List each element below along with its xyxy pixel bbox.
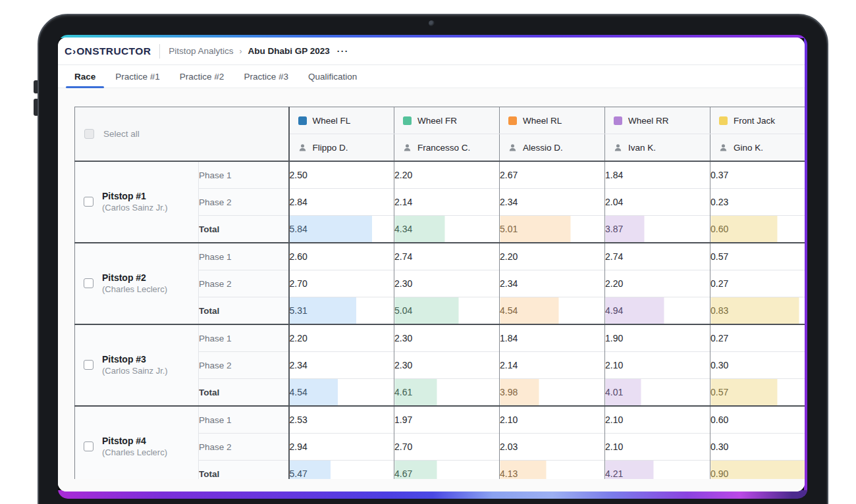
phase-value-cell: 0.23 xyxy=(710,189,805,216)
pitstop-group-cell: Pitstop #4(Charles Leclerc) xyxy=(75,406,199,479)
total-value-cell: 0.57 xyxy=(710,379,805,407)
pitstop-title: Pitstop #4 xyxy=(102,435,167,448)
constructor-logo[interactable]: C›ONSTRUCTOR xyxy=(65,45,151,57)
pitstop-checkbox[interactable] xyxy=(84,278,94,288)
tool-name-label: Front Jack xyxy=(734,116,775,126)
front-camera xyxy=(429,20,435,26)
phase-value-cell: 2.67 xyxy=(500,161,605,189)
select-all-label: Select all xyxy=(103,129,140,139)
breadcrumb-section[interactable]: Pitstop Analytics xyxy=(169,46,233,56)
phase-value-cell: 2.20 xyxy=(500,243,605,270)
tool-color-swatch xyxy=(719,116,728,125)
content-area: Select allWheel FLWheel FRWheel RLWheel … xyxy=(58,88,805,491)
phase-label-cell: Phase 2 xyxy=(199,434,289,461)
total-value-cell: 0.60 xyxy=(710,216,805,243)
select-all-checkbox[interactable] xyxy=(84,129,94,139)
phase-value-cell: 2.10 xyxy=(605,352,710,379)
tab-race[interactable]: Race xyxy=(66,65,104,88)
phase-value-cell: 0.30 xyxy=(710,434,805,461)
total-value-cell: 4.67 xyxy=(394,461,500,480)
table-row: Pitstop #2(Charles Leclerc)Phase 12.602.… xyxy=(75,243,805,270)
total-value-cell: 4.61 xyxy=(394,379,500,407)
total-value-cell: 5.01 xyxy=(500,216,605,243)
column-header-tool: Wheel RR xyxy=(605,107,710,134)
phase-value-cell: 2.94 xyxy=(289,434,394,461)
total-value-cell: 0.90 xyxy=(710,461,805,480)
crew-name-label: Gino K. xyxy=(734,143,763,153)
total-value-cell: 4.01 xyxy=(605,379,710,407)
total-value-cell: 3.98 xyxy=(500,379,605,407)
app-window: C›ONSTRUCTOR Pitstop Analytics › Abu Dha… xyxy=(58,38,805,491)
phase-value-cell: 0.27 xyxy=(710,270,805,297)
tool-color-swatch xyxy=(298,116,307,125)
phase-value-cell: 2.50 xyxy=(289,161,394,189)
tab-qualification[interactable]: Qualification xyxy=(300,65,365,88)
breadcrumb-current: Abu Dhabi GP 2023 xyxy=(248,46,330,56)
tab-practice-3[interactable]: Practice #3 xyxy=(235,65,297,88)
phase-value-cell: 2.74 xyxy=(394,243,500,270)
total-value-cell: 3.87 xyxy=(605,216,710,243)
table-row: Pitstop #3(Carlos Sainz Jr.)Phase 12.202… xyxy=(75,324,805,352)
phase-value-cell: 2.34 xyxy=(500,270,605,297)
column-header-tool: Wheel RL xyxy=(500,107,605,134)
crew-name-label: Flippo D. xyxy=(313,143,348,153)
pitstop-checkbox[interactable] xyxy=(84,441,94,451)
total-value-cell: 0.83 xyxy=(710,297,805,325)
tool-name-label: Wheel RR xyxy=(628,116,669,126)
phase-value-cell: 2.14 xyxy=(394,189,500,216)
phase-label-cell: Phase 2 xyxy=(199,270,289,297)
phase-value-cell: 2.10 xyxy=(605,434,710,461)
phase-label-cell: Total xyxy=(199,216,289,243)
pitstop-table-container: Select allWheel FLWheel FRWheel RLWheel … xyxy=(74,107,805,479)
phase-value-cell: 2.60 xyxy=(289,243,394,270)
table-row: Pitstop #1(Carlos Sainz Jr.)Phase 12.502… xyxy=(75,161,805,189)
total-value-cell: 4.54 xyxy=(289,379,394,407)
pitstop-driver: (Carlos Sainz Jr.) xyxy=(102,366,168,377)
column-header-crew: Alessio D. xyxy=(500,134,605,162)
column-header-crew: Ivan K. xyxy=(605,134,710,162)
tab-practice-2[interactable]: Practice #2 xyxy=(171,65,233,88)
app-header: C›ONSTRUCTOR Pitstop Analytics › Abu Dha… xyxy=(58,38,805,65)
pitstop-group-cell: Pitstop #2(Charles Leclerc) xyxy=(75,243,199,324)
total-value-cell: 5.31 xyxy=(289,297,394,325)
phase-value-cell: 2.30 xyxy=(394,324,500,352)
table-row: Pitstop #4(Charles Leclerc)Phase 12.531.… xyxy=(75,406,805,434)
phase-label-cell: Phase 1 xyxy=(199,161,289,189)
person-icon xyxy=(508,143,517,152)
breadcrumb: Pitstop Analytics › Abu Dhabi GP 2023 ··… xyxy=(169,46,349,56)
header-divider xyxy=(159,44,160,59)
phase-label-cell: Total xyxy=(199,297,289,325)
phase-value-cell: 2.53 xyxy=(289,406,394,434)
phase-value-cell: 1.84 xyxy=(605,161,710,189)
crew-name-label: Ivan K. xyxy=(628,143,656,153)
pitstop-title: Pitstop #1 xyxy=(102,190,168,203)
crew-name-label: Alessio D. xyxy=(523,143,563,153)
pitstop-title: Pitstop #2 xyxy=(102,272,167,285)
phase-label-cell: Total xyxy=(199,379,289,407)
phase-value-cell: 1.90 xyxy=(605,324,710,352)
pitstop-title: Pitstop #3 xyxy=(102,353,168,366)
phase-value-cell: 2.20 xyxy=(605,270,710,297)
column-header-tool: Front Jack xyxy=(710,107,805,134)
tool-name-label: Wheel FL xyxy=(313,116,351,126)
pitstop-checkbox[interactable] xyxy=(84,197,94,207)
tab-practice-1[interactable]: Practice #1 xyxy=(107,65,169,88)
total-value-cell: 5.47 xyxy=(289,461,394,480)
pitstop-group-cell: Pitstop #3(Carlos Sainz Jr.) xyxy=(75,324,199,406)
phase-value-cell: 2.30 xyxy=(394,270,500,297)
total-value-cell: 4.21 xyxy=(605,461,710,480)
tool-name-label: Wheel RL xyxy=(523,116,562,126)
breadcrumb-separator-icon: › xyxy=(240,47,242,56)
pitstop-driver: (Charles Leclerc) xyxy=(102,447,167,459)
phase-value-cell: 2.10 xyxy=(605,406,710,434)
tool-color-swatch xyxy=(403,116,412,125)
phase-label-cell: Phase 2 xyxy=(199,352,289,379)
column-header-crew: Francesso C. xyxy=(394,134,500,162)
pitstop-table: Select allWheel FLWheel FRWheel RLWheel … xyxy=(74,107,805,479)
header-row-tools: Select allWheel FLWheel FRWheel RLWheel … xyxy=(75,107,805,134)
phase-value-cell: 2.30 xyxy=(394,352,500,379)
breadcrumb-more-button[interactable]: ··· xyxy=(337,46,349,56)
phase-value-cell: 2.04 xyxy=(605,189,710,216)
pitstop-checkbox[interactable] xyxy=(84,360,94,370)
person-icon xyxy=(403,143,412,152)
